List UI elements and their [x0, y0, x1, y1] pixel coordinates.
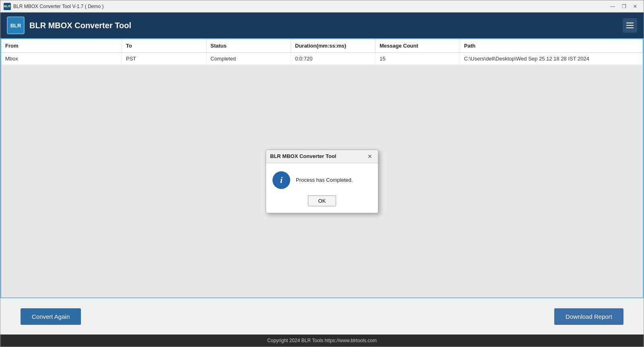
download-report-button[interactable]: Download Report — [554, 308, 623, 325]
dialog-close-button[interactable]: ✕ — [366, 152, 374, 160]
title-bar-logo: BLR — [4, 3, 11, 10]
cell-to: PST — [122, 53, 206, 64]
cell-status: Completed — [206, 53, 291, 64]
col-header-to: To — [122, 39, 206, 52]
cell-from: Mbox — [1, 53, 122, 64]
app-title: BLR MBOX Converter Tool — [29, 21, 131, 30]
footer: Copyright 2024 BLR Tools https://www.blr… — [0, 335, 644, 347]
title-bar-left: BLR BLR MBOX Converter Tool V-1.7 ( Demo… — [4, 3, 104, 10]
content-area: BLR MBOX Converter Tool ✕ i Process has … — [1, 65, 643, 297]
minimize-button[interactable]: — — [607, 2, 618, 10]
app-logo: BLR — [7, 17, 25, 34]
app-window: BLR BLR MBOX Converter Tool V-1.7 ( Demo… — [0, 0, 644, 347]
app-header-left: BLR BLR MBOX Converter Tool — [7, 17, 131, 34]
hamburger-line — [626, 27, 634, 28]
dialog-message: Process has Completed. — [296, 177, 353, 183]
hamburger-line — [626, 23, 634, 23]
main-content: From To Status Duration(mm:ss:ms) Messag… — [0, 38, 644, 298]
app-header: BLR BLR MBOX Converter Tool — [0, 12, 644, 38]
title-bar-text: BLR MBOX Converter Tool V-1.7 ( Demo ) — [13, 4, 104, 9]
info-icon: i — [272, 171, 290, 189]
restore-button[interactable]: ❒ — [619, 2, 629, 10]
hamburger-menu-button[interactable] — [623, 18, 637, 33]
col-header-message-count: Message Count — [376, 39, 460, 52]
cell-message-count: 15 — [376, 53, 460, 64]
dialog-ok-button[interactable]: OK — [308, 195, 336, 206]
convert-again-button[interactable]: Convert Again — [21, 308, 81, 325]
cell-duration: 0:0:720 — [291, 53, 376, 64]
dialog-body: i Process has Completed. OK — [266, 163, 378, 213]
col-header-duration: Duration(mm:ss:ms) — [291, 39, 376, 52]
dialog-content-row: i Process has Completed. — [272, 171, 372, 189]
hamburger-line — [626, 25, 634, 26]
cell-path: C:\Users\dell\Desktop\Wed Sep 25 12 18 2… — [460, 53, 643, 64]
dialog-title: BLR MBOX Converter Tool — [270, 153, 336, 159]
title-bar-controls: — ❒ ✕ — [607, 2, 640, 10]
footer-text: Copyright 2024 BLR Tools https://www.blr… — [267, 338, 377, 343]
col-header-path: Path — [460, 39, 643, 52]
info-letter: i — [280, 175, 283, 185]
table-row: Mbox PST Completed 0:0:720 15 C:\Users\d… — [1, 53, 643, 65]
table-header: From To Status Duration(mm:ss:ms) Messag… — [1, 39, 643, 53]
dialog-box: BLR MBOX Converter Tool ✕ i Process has … — [266, 150, 378, 213]
close-button[interactable]: ✕ — [630, 2, 640, 10]
col-header-from: From — [1, 39, 122, 52]
title-bar: BLR BLR MBOX Converter Tool V-1.7 ( Demo… — [0, 0, 644, 12]
col-header-status: Status — [206, 39, 291, 52]
dialog-overlay: BLR MBOX Converter Tool ✕ i Process has … — [1, 65, 643, 297]
dialog-title-bar: BLR MBOX Converter Tool ✕ — [266, 150, 378, 163]
bottom-bar: Convert Again Download Report — [0, 298, 644, 335]
